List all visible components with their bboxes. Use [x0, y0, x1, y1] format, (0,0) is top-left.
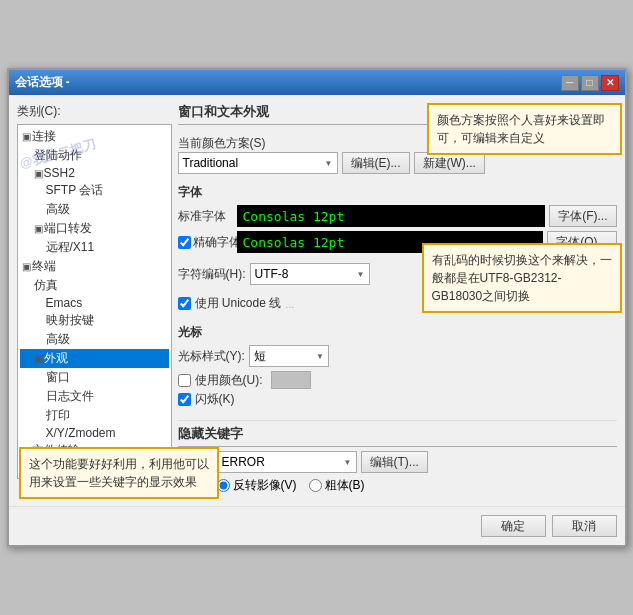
title-bar-buttons: ─ □ ✕	[561, 75, 619, 91]
tooltip-bottom: 这个功能要好好利用，利用他可以用来设置一些关键字的显示效果	[19, 447, 219, 499]
tree-item-port-forward[interactable]: ▣端口转发	[20, 219, 169, 238]
tree-item-print[interactable]: 打印	[20, 406, 169, 425]
tooltip-top: 颜色方案按照个人喜好来设置即可，可编辑来自定义	[427, 103, 622, 155]
standard-font-display: Consolas 12pt	[237, 205, 546, 227]
dialog-window: 会话选项 - ─ □ ✕ 类别(C): ▣连接 登陆动作 ▣SSH2 SFTP …	[7, 68, 627, 547]
tree-item-remote-x11[interactable]: 远程/X11	[20, 238, 169, 257]
sidebar-label: 类别(C):	[17, 103, 172, 120]
standard-font-row: 标准字体 Consolas 12pt 字体(F)...	[178, 205, 617, 227]
sidebar: 类别(C): ▣连接 登陆动作 ▣SSH2 SFTP 会话 高级 ▣端口转发 远…	[17, 103, 172, 498]
cursor-style-label: 光标样式(Y):	[178, 348, 245, 365]
keyword-section: 隐藏关键字 名称 ERROR ▼ 编辑(T)... 样式: 反转影像(V)	[178, 420, 617, 498]
keyword-name-row: 名称 ERROR ▼ 编辑(T)...	[178, 451, 617, 473]
cursor-color-group: 使用颜色(U):	[178, 371, 617, 389]
unicode-hint: ...	[285, 298, 294, 310]
radio-bold-input[interactable]	[309, 479, 322, 492]
encoding-label: 字符编码(H):	[178, 266, 246, 283]
tooltip-mid: 有乱码的时候切换这个来解决，一般都是在UTF8-GB2312-GB18030之间…	[422, 243, 622, 313]
title-bar: 会话选项 - ─ □ ✕	[9, 70, 625, 95]
main-content: 类别(C): ▣连接 登陆动作 ▣SSH2 SFTP 会话 高级 ▣端口转发 远…	[9, 95, 625, 506]
color-scheme-row: Traditional ▼ 编辑(E)... 新建(W)...	[178, 152, 617, 174]
standard-font-button[interactable]: 字体(F)...	[549, 205, 616, 227]
keyword-name-select[interactable]: ERROR ▼	[217, 451, 357, 473]
cursor-arrow: ▼	[316, 352, 324, 361]
cursor-section: 光标 光标样式(Y): 短 ▼ 使用颜色(U): 闪烁(K)	[178, 324, 617, 410]
tree-item-window[interactable]: 窗口	[20, 368, 169, 387]
cursor-color-label: 使用颜色(U):	[195, 372, 263, 389]
radio-invert: 反转影像(V)	[217, 477, 297, 494]
bottom-buttons: 确定 取消	[9, 506, 625, 545]
tree-item-advanced1[interactable]: 高级	[20, 200, 169, 219]
tree-item-log-file[interactable]: 日志文件	[20, 387, 169, 406]
tree-item-xy-zmodem[interactable]: X/Y/Zmodem	[20, 425, 169, 441]
cancel-button[interactable]: 取消	[552, 515, 617, 537]
tree-item-ssh2[interactable]: ▣SSH2	[20, 165, 169, 181]
close-button[interactable]: ✕	[601, 75, 619, 91]
tree-view: ▣连接 登陆动作 ▣SSH2 SFTP 会话 高级 ▣端口转发 远程/X11 ▣…	[17, 124, 172, 479]
keyword-style-row: 样式: 反转影像(V) 粗体(B)	[178, 477, 617, 494]
tree-item-login[interactable]: 登陆动作	[20, 146, 169, 165]
blink-checkbox[interactable]	[178, 393, 191, 406]
font-section-title: 字体	[178, 184, 617, 201]
unicode-checkbox[interactable]	[178, 297, 191, 310]
standard-font-label: 标准字体	[178, 208, 233, 225]
color-scheme-select[interactable]: Traditional ▼	[178, 152, 338, 174]
cursor-style-row: 光标样式(Y): 短 ▼	[178, 345, 617, 367]
cursor-title: 光标	[178, 324, 617, 341]
maximize-button[interactable]: □	[581, 75, 599, 91]
unicode-label: 使用 Unicode 线	[195, 295, 282, 312]
tree-item-appearance[interactable]: ▣外观	[20, 349, 169, 368]
tree-item-connection[interactable]: ▣连接	[20, 127, 169, 146]
cursor-style-select[interactable]: 短 ▼	[249, 345, 329, 367]
cursor-color-checkbox[interactable]	[178, 374, 191, 387]
keyword-radio-group: 反转影像(V) 粗体(B)	[217, 477, 365, 494]
radio-invert-label: 反转影像(V)	[233, 477, 297, 494]
keyword-edit-button[interactable]: 编辑(T)...	[361, 451, 428, 473]
encoding-select[interactable]: UTF-8 ▼	[250, 263, 370, 285]
blink-group: 闪烁(K)	[178, 391, 617, 408]
keyword-title: 隐藏关键字	[178, 425, 617, 447]
blink-label: 闪烁(K)	[195, 391, 235, 408]
bottom-area: 这个功能要好好利用，利用他可以用来设置一些关键字的显示效果 确定 取消	[9, 506, 625, 545]
tree-item-advanced2[interactable]: 高级	[20, 330, 169, 349]
encoding-arrow: ▼	[357, 270, 365, 279]
tree-item-emacs[interactable]: Emacs	[20, 295, 169, 311]
title-text: 会话选项 -	[15, 74, 70, 91]
precise-font-checkbox[interactable]	[178, 236, 191, 249]
radio-bold-label: 粗体(B)	[325, 477, 365, 494]
keyword-arrow: ▼	[344, 458, 352, 467]
new-color-button[interactable]: 新建(W)...	[414, 152, 485, 174]
minimize-button[interactable]: ─	[561, 75, 579, 91]
cursor-color-swatch[interactable]	[271, 371, 311, 389]
dropdown-arrow: ▼	[325, 159, 333, 168]
ok-button[interactable]: 确定	[481, 515, 546, 537]
radio-bold: 粗体(B)	[309, 477, 365, 494]
tree-item-sftp[interactable]: SFTP 会话	[20, 181, 169, 200]
right-panel: 窗口和文本外观 当前颜色方案(S) Traditional ▼ 编辑(E)...…	[178, 103, 617, 498]
tree-item-mapped-keys[interactable]: 映射按键	[20, 311, 169, 330]
edit-color-button[interactable]: 编辑(E)...	[342, 152, 410, 174]
tree-item-terminal[interactable]: ▣终端	[20, 257, 169, 276]
tree-item-emulation[interactable]: 仿真	[20, 276, 169, 295]
